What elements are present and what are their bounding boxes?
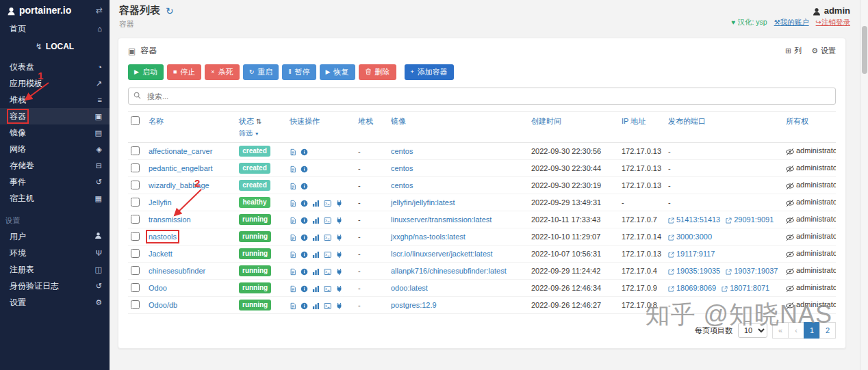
image-link[interactable]: centos: [391, 147, 413, 155]
sidebar-item-app-templates[interactable]: 应用模板↗: [0, 75, 110, 92]
attach-icon[interactable]: [335, 198, 343, 207]
sidebar-item-home[interactable]: 首页 ⌂: [0, 21, 110, 37]
restart-button[interactable]: ↻重启: [243, 64, 279, 80]
image-link[interactable]: allanpk716/chinesesubfinder:latest: [391, 267, 507, 275]
state-filter[interactable]: 筛选 ▼: [239, 129, 284, 138]
image-link[interactable]: linuxserver/transmission:latest: [391, 215, 492, 224]
sidebar-item-stacks[interactable]: 堆栈≡: [0, 92, 110, 108]
image-link[interactable]: odoo:latest: [391, 284, 428, 292]
row-checkbox[interactable]: [131, 266, 140, 275]
logs-icon[interactable]: [290, 250, 296, 259]
refresh-icon[interactable]: ↻: [166, 5, 174, 16]
logout-link[interactable]: ↪注销登录: [816, 18, 850, 27]
columns-tool[interactable]: ⊞列: [785, 46, 802, 56]
attach-icon[interactable]: [335, 267, 343, 276]
logs-icon[interactable]: [290, 164, 296, 173]
sidebar-item-registries[interactable]: 注册表◫: [0, 261, 110, 278]
scrollbar[interactable]: [860, 0, 868, 370]
inspect-icon[interactable]: [301, 301, 308, 310]
row-checkbox[interactable]: [131, 283, 140, 292]
logs-icon[interactable]: [290, 181, 296, 190]
console-icon[interactable]: [324, 301, 331, 310]
container-name-link[interactable]: Jellyfin: [149, 198, 172, 207]
sidebar-item-volumes[interactable]: 存储卷⊟: [0, 157, 110, 174]
console-icon[interactable]: [324, 267, 331, 276]
stats-icon[interactable]: [312, 301, 320, 310]
inspect-icon[interactable]: [301, 147, 308, 156]
sidebar-endpoint-local[interactable]: ↯LOCAL: [0, 38, 110, 55]
port-link[interactable]: 3000:3000: [668, 233, 712, 241]
image-link[interactable]: postgres:12.9: [391, 301, 437, 309]
inspect-icon[interactable]: [301, 284, 308, 293]
attach-icon[interactable]: [335, 233, 343, 241]
stop-button[interactable]: ■停止: [167, 64, 201, 80]
logs-icon[interactable]: [290, 233, 296, 241]
sidebar-item-auth-logs[interactable]: 身份验证日志↺: [0, 278, 110, 294]
image-link[interactable]: jxxghp/nas-tools:latest: [391, 233, 465, 241]
console-icon[interactable]: [324, 250, 331, 259]
col-state[interactable]: 状态: [239, 117, 254, 125]
toggle-icon[interactable]: ⇄: [96, 5, 103, 15]
container-name-link[interactable]: transmission: [149, 215, 191, 224]
stats-icon[interactable]: [312, 233, 320, 241]
col-stack[interactable]: 堆栈: [358, 117, 373, 125]
row-checkbox[interactable]: [131, 198, 140, 207]
container-name-link[interactable]: Odoo: [149, 284, 167, 292]
row-checkbox[interactable]: [131, 163, 140, 172]
logs-icon[interactable]: [290, 284, 296, 293]
row-checkbox[interactable]: [131, 249, 140, 258]
container-name-link[interactable]: chinesesubfinder: [149, 267, 205, 275]
row-checkbox[interactable]: [131, 146, 140, 155]
image-link[interactable]: centos: [391, 181, 413, 189]
attach-icon[interactable]: [335, 250, 343, 259]
inspect-icon[interactable]: [301, 233, 308, 241]
port-link[interactable]: 19037:19037: [726, 267, 778, 275]
inspect-icon[interactable]: [301, 267, 308, 276]
logs-icon[interactable]: [290, 215, 296, 224]
col-ownership[interactable]: 所有权: [786, 117, 808, 125]
add-container-button[interactable]: +添加容器: [405, 64, 454, 80]
inspect-icon[interactable]: [301, 164, 308, 173]
container-name-link[interactable]: wizardly_babbage: [149, 181, 209, 189]
row-checkbox[interactable]: [131, 300, 140, 309]
port-link[interactable]: 29091:9091: [726, 215, 774, 224]
logs-icon[interactable]: [290, 147, 296, 156]
resume-button[interactable]: ▶恢复: [320, 64, 355, 80]
sidebar-item-dashboard[interactable]: 仪表盘◔: [0, 59, 110, 75]
stats-icon[interactable]: [312, 215, 320, 224]
sidebar-item-events[interactable]: 事件↺: [0, 174, 110, 190]
kill-button[interactable]: ×杀死: [205, 64, 239, 80]
sidebar-item-images[interactable]: 镜像▤: [0, 124, 110, 141]
col-ports[interactable]: 发布的端口: [668, 117, 706, 125]
start-button[interactable]: ▶启动: [128, 64, 164, 80]
sidebar-item-networks[interactable]: 网络◈: [0, 141, 110, 157]
container-name-link[interactable]: nastools: [149, 233, 177, 241]
sidebar-item-settings[interactable]: 设置⚙: [0, 294, 110, 310]
container-name-link[interactable]: affectionate_carver: [149, 147, 212, 155]
attach-icon[interactable]: [335, 215, 343, 224]
my-account-link[interactable]: ⚒我的账户: [774, 18, 809, 27]
console-icon[interactable]: [324, 198, 331, 207]
logs-icon[interactable]: [290, 267, 296, 276]
sidebar-item-environments[interactable]: 环境Ψ: [0, 245, 110, 261]
select-all-checkbox[interactable]: [131, 116, 140, 125]
logs-icon[interactable]: [290, 301, 296, 310]
col-image[interactable]: 镜像: [391, 117, 406, 125]
port-link[interactable]: 51413:51413: [668, 215, 720, 224]
sidebar-item-users[interactable]: 用户: [0, 228, 110, 245]
col-name[interactable]: 名称: [149, 117, 164, 125]
sidebar-item-host[interactable]: 宿主机▦: [0, 190, 110, 207]
console-icon[interactable]: [324, 233, 331, 241]
container-name-link[interactable]: Odoo/db: [149, 301, 177, 309]
port-link[interactable]: 18071:8071: [722, 284, 769, 292]
container-name-link[interactable]: Jackett: [149, 250, 173, 258]
sort-icon[interactable]: ⇅: [256, 118, 261, 125]
search-input[interactable]: [128, 88, 836, 105]
attach-icon[interactable]: [335, 301, 343, 310]
remove-button[interactable]: 删除: [359, 64, 396, 80]
port-link[interactable]: 18069:8069: [668, 284, 716, 292]
logs-icon[interactable]: [290, 198, 296, 207]
row-checkbox[interactable]: [131, 181, 140, 189]
stats-icon[interactable]: [312, 284, 320, 293]
image-link[interactable]: lscr.io/linuxserver/jackett:latest: [391, 250, 493, 258]
